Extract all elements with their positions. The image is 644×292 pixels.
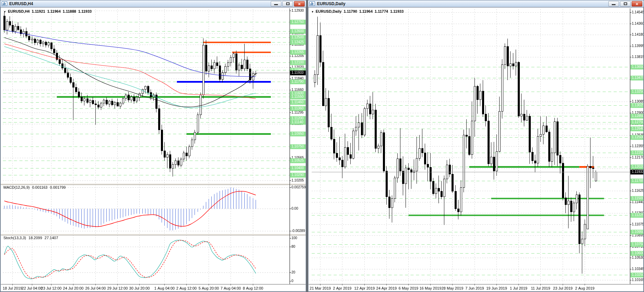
stoch-d-value: 27.1407 [45,236,58,240]
quote-low: 1.11888 [63,9,76,13]
chart-window-icon[interactable] [2,1,7,6]
quote-line-h4: ▼EURUSD,H41.119211.119641.118881.11933 [3,9,94,13]
stoch-name: Stoch(13,3,3) [3,236,26,240]
chart-window-daily: EURUSD,Daily × ▼EURUSD,Daily1.117901.119… [308,0,644,292]
quote-high: 1.11964 [47,9,61,13]
macd-label: MACD(12,26,9)0.0011630.001799 [3,185,68,189]
close-icon: × [636,1,639,7]
minimize-button[interactable] [271,1,281,7]
stoch-k-value: 18.2099 [28,236,42,240]
minimize-icon [274,4,278,5]
symbol-dropdown-icon[interactable]: ▼ [3,10,6,13]
symbol-dropdown-icon[interactable]: ▼ [311,10,314,13]
quote-high: 1.11964 [359,9,373,13]
restore-icon [286,2,290,5]
quote-low: 1.11774 [375,9,388,13]
macd-signal-value: 0.001799 [50,185,66,189]
close-button[interactable]: × [632,1,642,7]
quote-open: 1.11790 [344,9,357,13]
chart-window-icon[interactable] [309,1,315,6]
titlebar-h4[interactable]: EURUSD,H4 × [0,0,306,7]
close-icon: × [298,1,301,7]
restore-button[interactable] [620,1,631,7]
h4-chart-canvas[interactable] [1,8,306,292]
window-title: EURUSD,Daily [317,1,608,6]
close-button[interactable]: × [294,1,305,7]
minimize-button[interactable] [608,1,619,7]
quote-symbol: EURUSD,H4 [8,9,30,13]
quote-symbol: EURUSD,Daily [316,9,342,13]
macd-main-value: 0.001163 [32,185,47,189]
stoch-label: Stoch(13,3,3)18.209927.1407 [3,236,61,240]
quote-line-daily: ▼EURUSD,Daily1.117901.119641.117741.1193… [311,9,406,13]
quote-close: 1.11933 [390,9,403,13]
titlebar-daily[interactable]: EURUSD,Daily × [308,0,644,7]
chart-client-h4: ▼EURUSD,H41.119211.119641.118881.11933 M… [0,7,306,292]
chart-window-h4: EURUSD,H4 × ▼EURUSD,H41.119211.119641.11… [0,0,306,292]
minimize-icon [612,4,616,5]
window-title: EURUSD,H4 [9,1,271,6]
chart-client-daily: ▼EURUSD,Daily1.117901.119641.117741.1193… [308,7,644,292]
quote-close: 1.11933 [78,9,92,13]
mt4-workspace: EURUSD,H4 × ▼EURUSD,H41.119211.119641.11… [0,0,644,292]
daily-chart-canvas[interactable] [308,8,643,292]
macd-name: MACD(12,26,9) [3,185,30,189]
restore-icon [624,2,627,5]
quote-open: 1.11921 [32,9,45,13]
restore-button[interactable] [282,1,293,7]
